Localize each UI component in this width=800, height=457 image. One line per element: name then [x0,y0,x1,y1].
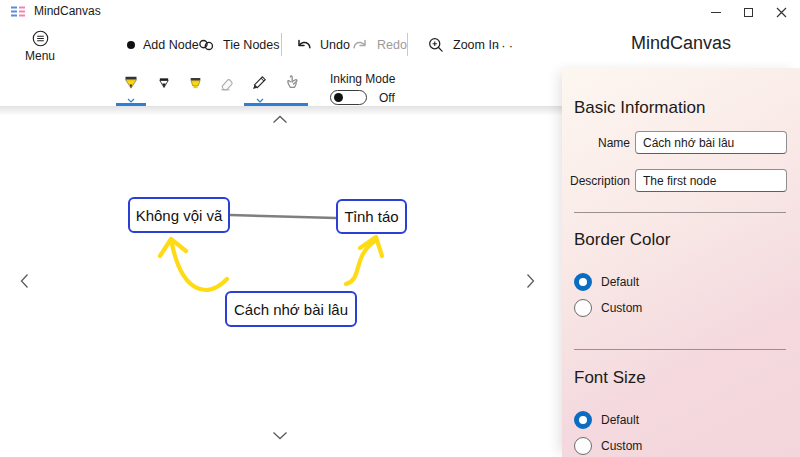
pencil-diagonal-icon [249,71,271,93]
highlighter-tool[interactable] [182,72,208,106]
font-size-default-option[interactable]: Default [574,411,639,429]
node-khong-voi-va[interactable]: Không vội vã [128,197,230,233]
description-row: Description [562,169,794,192]
maximize-icon [744,8,753,17]
radio-unselected-icon[interactable] [574,299,592,317]
ink-toolbar: Inking Mode Off [0,68,562,107]
radio-label: Default [601,413,639,427]
node-label: Cách nhớ bài lâu [234,301,348,318]
eraser-tool[interactable] [213,72,239,106]
redo-icon [352,37,369,54]
ink-strokes-layer [0,107,562,457]
yellow-ink-arrow-left [172,244,227,290]
redo-label: Redo [377,38,407,52]
section-divider [574,349,786,350]
tie-nodes-label: Tie Nodes [223,38,280,52]
chevron-left-icon [20,273,29,289]
redo-button[interactable]: Redo [352,33,407,57]
ink-tools [116,70,308,106]
chevron-up-icon [272,115,288,124]
font-size-custom-option[interactable]: Custom [574,437,642,455]
description-input[interactable] [635,169,787,192]
chevron-down-icon [127,98,135,103]
panel-title: MindCanvas [562,33,800,54]
basic-information-heading: Basic Information [574,98,705,118]
minimize-button[interactable] [699,0,732,24]
node-cach-nho-bai-lau[interactable]: Cách nhớ bài lâu [225,291,357,327]
tie-nodes-icon [197,36,215,54]
border-color-default-option[interactable]: Default [574,273,639,291]
pencil-diagonal-tool[interactable] [244,69,276,103]
touch-writing-tool[interactable] [276,69,308,103]
toggle-knob [334,93,343,102]
app-identity: MindCanvas [10,4,101,18]
chevron-down-icon [256,98,264,103]
highlighter-icon [185,74,206,96]
app-logo-icon [10,5,26,18]
minimize-icon [711,12,721,13]
title-bar: MindCanvas [0,0,800,24]
section-divider [574,212,786,213]
tie-nodes-button[interactable]: Tie Nodes [197,33,280,57]
node-label: Không vội vã [136,207,223,224]
inking-mode-toggle[interactable] [330,90,367,105]
app-title: MindCanvas [34,4,101,18]
undo-button[interactable]: Undo [295,33,350,57]
mindmap-canvas[interactable]: Không vội vã Tỉnh táo Cách nhớ bài lâu [0,107,562,457]
radio-label: Custom [601,439,642,453]
radio-selected-icon[interactable] [574,411,592,429]
inking-mode-label: Inking Mode [330,72,395,86]
radio-label: Default [601,275,639,289]
radio-unselected-icon[interactable] [574,437,592,455]
zoom-in-label: Zoom In [453,38,499,52]
font-size-heading: Font Size [574,368,646,388]
scroll-up-button[interactable] [272,115,288,124]
name-label: Name [562,136,630,150]
close-icon [776,7,787,18]
pencil-icon [154,74,174,96]
name-row: Name [562,131,794,154]
eraser-icon [216,74,237,96]
border-color-custom-option[interactable]: Custom [574,299,642,317]
touch-writing-icon [281,71,303,93]
description-label: Description [562,174,630,188]
undo-icon [295,37,312,54]
more-options-button[interactable]: ··· [494,33,516,57]
radio-selected-icon[interactable] [574,273,592,291]
zoom-in-button[interactable]: Zoom In [427,33,499,57]
add-node-button[interactable]: Add Node [127,33,199,57]
toolbar-separator [281,33,282,56]
toolbar-separator [407,33,408,56]
close-button[interactable] [765,0,798,24]
mindcanvas-window: MindCanvas Menu Add Node [0,0,800,457]
scroll-right-button[interactable] [526,273,535,289]
node-label: Tỉnh táo [344,208,398,225]
chevron-right-icon [526,273,535,289]
name-input[interactable] [635,131,787,154]
scroll-left-button[interactable] [20,273,29,289]
add-node-icon [127,41,135,49]
menu-button[interactable]: Menu [20,29,60,63]
node-connector-line [230,215,336,218]
node-tinh-tao[interactable]: Tỉnh táo [336,199,407,234]
inking-mode-control: Inking Mode Off [330,72,395,105]
scroll-down-button[interactable] [272,431,288,440]
pencil-tool[interactable] [151,72,177,106]
undo-label: Undo [320,38,350,52]
radio-label: Custom [601,301,642,315]
chevron-down-icon [272,431,288,440]
ballpoint-pen-icon [120,74,142,96]
menu-icon [31,29,50,48]
more-icon: ··· [494,38,516,53]
zoom-in-icon [427,36,445,54]
properties-panel: Basic Information Name Description Borde… [562,68,800,457]
selected-ink-group [244,69,308,106]
maximize-button[interactable] [732,0,765,24]
menu-label: Menu [25,49,55,63]
inking-mode-state: Off [379,91,395,105]
add-node-label: Add Node [143,38,199,52]
command-bar: Menu Add Node Tie Nodes Undo [0,24,800,68]
border-color-heading: Border Color [574,230,670,250]
window-controls [699,0,798,24]
ballpoint-pen-tool[interactable] [116,72,146,106]
